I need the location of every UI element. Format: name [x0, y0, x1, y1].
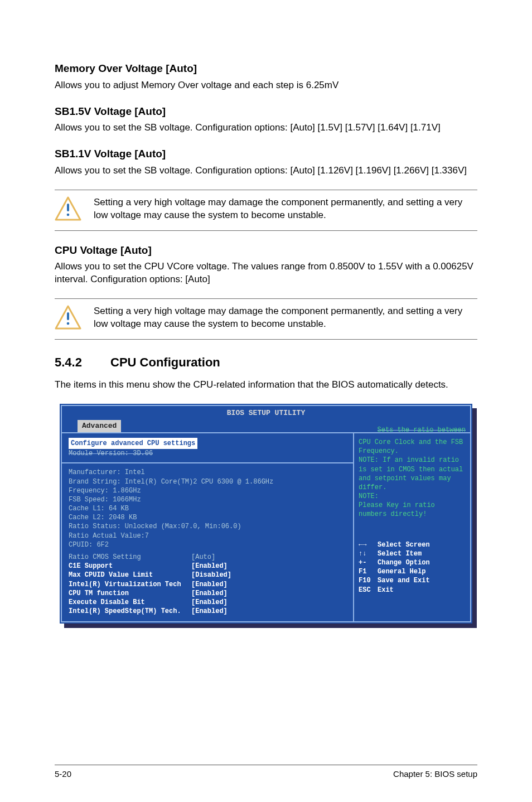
page-footer: 5-20 Chapter 5: BIOS setup	[55, 765, 477, 780]
bios-info-line: Manufacturer: Intel	[69, 468, 347, 477]
warning-box: Setting a very high voltage may damage t…	[55, 298, 477, 340]
bios-info-line: Ratio Actual Value:7	[69, 532, 347, 540]
bios-info-line: Frequency: 1.86GHz	[69, 486, 347, 495]
bios-screenshot: BIOS SETUP UTILITY Advanced Sets the rat…	[60, 404, 472, 624]
svg-rect-4	[67, 312, 69, 320]
svg-point-5	[67, 322, 70, 325]
footer-chapter: Chapter 5: BIOS setup	[393, 769, 477, 780]
bios-setting-row: Execute Disable Bit[Enabled]	[69, 598, 347, 607]
bios-nav-row: ↑↓Select Item	[359, 549, 466, 558]
heading-memory-over-voltage: Memory Over Voltage [Auto]	[55, 61, 477, 76]
body-sb15v: Allows you to set the SB voltage. Config…	[55, 122, 477, 134]
bios-info-line: Cache L2: 2048 KB	[69, 513, 347, 522]
bios-left-pane: Configure advanced CPU settings Module V…	[62, 433, 353, 621]
bios-nav-row: F10Save and Exit	[359, 576, 466, 585]
bios-help-text: CPU Core Clock and the FSB Frequency. NO…	[359, 438, 466, 519]
warning-text: Setting a very high voltage may damage t…	[94, 305, 477, 331]
warning-box: Setting a very high voltage may damage t…	[55, 190, 477, 231]
bios-setting-row: CPU TM function[Enabled]	[69, 589, 347, 598]
bios-module-version: Module Version: 3D.06	[69, 450, 153, 457]
bios-title: BIOS SETUP UTILITY	[62, 406, 470, 419]
chapter-title: CPU Configuration	[110, 355, 220, 369]
svg-point-2	[67, 213, 70, 216]
heading-sb11v: SB1.1V Voltage [Auto]	[55, 147, 477, 161]
bios-nav-row: F1General Help	[359, 567, 466, 576]
chapter-number: 5.4.2	[55, 354, 110, 371]
bios-info-line: FSB Speed: 1066MHz	[69, 495, 347, 504]
bios-info-line: Brand String: Intel(R) Core(TM)2 CPU 630…	[69, 477, 347, 486]
heading-cpu-voltage: CPU Voltage [Auto]	[55, 243, 477, 258]
warning-icon	[55, 196, 81, 223]
bios-config-heading: Configure advanced CPU settings	[69, 438, 197, 449]
chapter-intro: The items in this menu show the CPU-rela…	[55, 379, 477, 392]
bios-setting-row: Max CPUID Value Limit[Disabled]	[69, 571, 347, 579]
heading-sb15v: SB1.5V Voltage [Auto]	[55, 104, 477, 119]
bios-setting-row: C1E Support[Enabled]	[69, 562, 347, 571]
warning-text: Setting a very high voltage may damage t…	[94, 196, 477, 222]
body-memory-over-voltage: Allows you to adjust Memory Over voltage…	[55, 79, 477, 92]
bios-right-pane: CPU Core Clock and the FSB Frequency. NO…	[353, 433, 470, 621]
bios-nav-row: +-Change Option	[359, 558, 466, 567]
bios-nav-row: ←→Select Screen	[359, 540, 466, 549]
bios-setting-row: Intel(R) Virtualization Tech[Enabled]	[69, 580, 347, 589]
bios-setting-row: Ratio CMOS Setting[Auto]	[69, 553, 347, 562]
page-number: 5-20	[55, 769, 71, 780]
bios-help-top-cut: Sets the ratio between	[378, 426, 466, 434]
body-cpu-voltage: Allows you to set the CPU VCore voltage.…	[55, 260, 477, 286]
bios-nav-row: ESCExit	[359, 586, 466, 595]
chapter-heading: 5.4.2CPU Configuration	[55, 354, 477, 371]
bios-info-line: Cache L1: 64 KB	[69, 504, 347, 513]
warning-icon	[55, 305, 81, 331]
body-sb11v: Allows you to set the SB voltage. Config…	[55, 165, 477, 177]
bios-info-line: CPUID: 6F2	[69, 540, 347, 549]
svg-rect-1	[67, 204, 69, 211]
bios-setting-row: Intel(R) SpeedStep(TM) Tech.[Enabled]	[69, 607, 347, 616]
bios-info-line: Ratio Status: Unlocked (Max:07.0, Min:06…	[69, 522, 347, 531]
bios-tab-advanced: Advanced	[78, 420, 121, 432]
